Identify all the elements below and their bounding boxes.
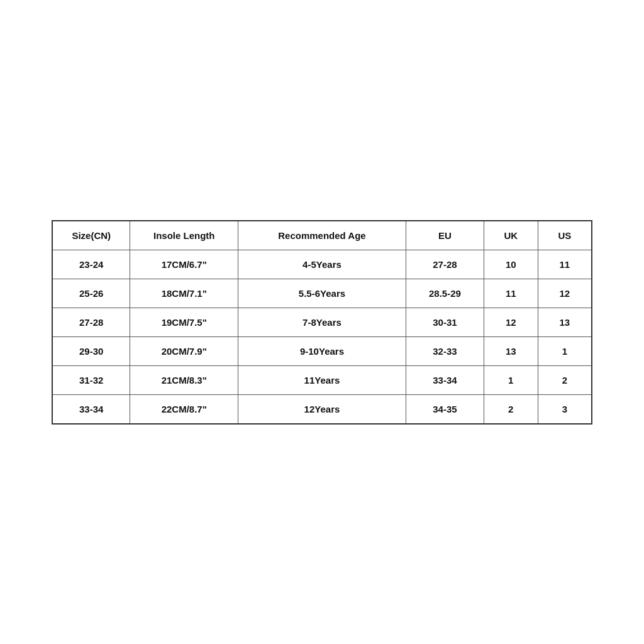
cell-insole_length-1: 18CM/7.1"	[130, 279, 238, 308]
header-cell-size_cn: Size(CN)	[52, 221, 130, 250]
cell-us-4: 2	[538, 365, 592, 394]
cell-size_cn-5: 33-34	[52, 394, 130, 424]
cell-us-0: 11	[538, 250, 592, 279]
cell-uk-3: 13	[484, 336, 538, 365]
cell-insole_length-5: 22CM/8.7"	[130, 394, 238, 424]
cell-size_cn-2: 27-28	[52, 308, 130, 336]
cell-eu-2: 30-31	[406, 308, 484, 336]
header-cell-us: US	[538, 221, 592, 250]
size-chart-container: Size(CN)Insole LengthRecommended AgeEUUK…	[52, 220, 592, 425]
cell-recommended_age-3: 9-10Years	[238, 336, 406, 365]
table-row: 25-2618CM/7.1"5.5-6Years28.5-291112	[52, 279, 592, 308]
table-header: Size(CN)Insole LengthRecommended AgeEUUK…	[52, 221, 592, 250]
cell-recommended_age-0: 4-5Years	[238, 250, 406, 279]
cell-us-2: 13	[538, 308, 592, 336]
cell-recommended_age-1: 5.5-6Years	[238, 279, 406, 308]
table-body: 23-2417CM/6.7"4-5Years27-28101125-2618CM…	[52, 250, 592, 424]
header-row: Size(CN)Insole LengthRecommended AgeEUUK…	[52, 221, 592, 250]
cell-size_cn-1: 25-26	[52, 279, 130, 308]
cell-insole_length-2: 19CM/7.5"	[130, 308, 238, 336]
cell-insole_length-4: 21CM/8.3"	[130, 365, 238, 394]
header-cell-uk: UK	[484, 221, 538, 250]
cell-recommended_age-5: 12Years	[238, 394, 406, 424]
table-row: 31-3221CM/8.3"11Years33-3412	[52, 365, 592, 394]
cell-us-3: 1	[538, 336, 592, 365]
header-cell-insole_length: Insole Length	[130, 221, 238, 250]
cell-uk-0: 10	[484, 250, 538, 279]
cell-eu-4: 33-34	[406, 365, 484, 394]
table-row: 33-3422CM/8.7"12Years34-3523	[52, 394, 592, 424]
cell-eu-5: 34-35	[406, 394, 484, 424]
cell-size_cn-0: 23-24	[52, 250, 130, 279]
cell-insole_length-0: 17CM/6.7"	[130, 250, 238, 279]
cell-eu-0: 27-28	[406, 250, 484, 279]
cell-uk-1: 11	[484, 279, 538, 308]
cell-eu-3: 32-33	[406, 336, 484, 365]
cell-uk-2: 12	[484, 308, 538, 336]
cell-recommended_age-4: 11Years	[238, 365, 406, 394]
cell-us-1: 12	[538, 279, 592, 308]
cell-insole_length-3: 20CM/7.9"	[130, 336, 238, 365]
header-cell-recommended_age: Recommended Age	[238, 221, 406, 250]
cell-eu-1: 28.5-29	[406, 279, 484, 308]
cell-size_cn-3: 29-30	[52, 336, 130, 365]
cell-uk-4: 1	[484, 365, 538, 394]
table-row: 29-3020CM/7.9"9-10Years32-33131	[52, 336, 592, 365]
cell-recommended_age-2: 7-8Years	[238, 308, 406, 336]
table-row: 27-2819CM/7.5"7-8Years30-311213	[52, 308, 592, 336]
cell-size_cn-4: 31-32	[52, 365, 130, 394]
cell-us-5: 3	[538, 394, 592, 424]
cell-uk-5: 2	[484, 394, 538, 424]
size-chart-table: Size(CN)Insole LengthRecommended AgeEUUK…	[52, 220, 592, 425]
header-cell-eu: EU	[406, 221, 484, 250]
table-row: 23-2417CM/6.7"4-5Years27-281011	[52, 250, 592, 279]
